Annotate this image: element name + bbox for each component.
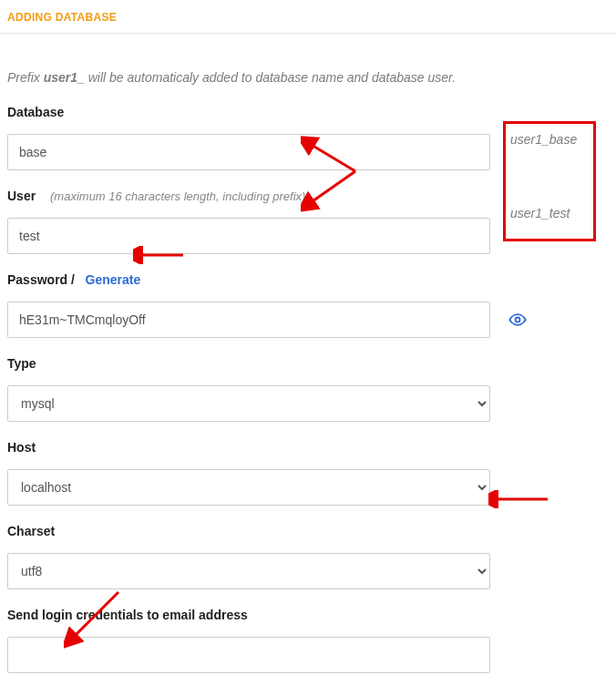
eye-icon[interactable] xyxy=(508,311,527,332)
page-title: ADDING DATABASE xyxy=(7,11,609,24)
prefix-note-trail: will be automaticaly added to database n… xyxy=(85,70,456,85)
page-header: ADDING DATABASE xyxy=(0,0,616,34)
host-label: Host xyxy=(7,440,36,455)
prefix-note-lead: Prefix xyxy=(7,70,44,85)
email-label: Send login credentials to email address xyxy=(7,608,248,622)
email-input[interactable] xyxy=(7,637,490,673)
user-hint: (maximum 16 characters length, including… xyxy=(50,189,305,203)
password-input[interactable] xyxy=(7,302,490,338)
database-input[interactable] xyxy=(7,134,490,170)
annotation-user-preview: user1_test xyxy=(510,206,570,220)
charset-select[interactable]: utf8 xyxy=(7,553,490,589)
prefix-note: Prefix user1_ will be automaticaly added… xyxy=(7,70,609,85)
database-label: Database xyxy=(7,105,64,119)
annotation-db-preview: user1_base xyxy=(510,132,577,147)
host-select[interactable]: localhost xyxy=(7,469,490,506)
type-label: Type xyxy=(7,356,36,371)
password-separator: / xyxy=(71,272,82,287)
user-label: User xyxy=(7,189,36,203)
generate-password-link[interactable]: Generate xyxy=(86,272,141,287)
charset-label: Charset xyxy=(7,524,55,538)
type-select[interactable]: mysql xyxy=(7,385,490,422)
user-input[interactable] xyxy=(7,218,490,254)
svg-point-0 xyxy=(516,318,520,322)
prefix-note-prefix: user1_ xyxy=(44,70,85,85)
password-label: Password xyxy=(7,272,67,287)
